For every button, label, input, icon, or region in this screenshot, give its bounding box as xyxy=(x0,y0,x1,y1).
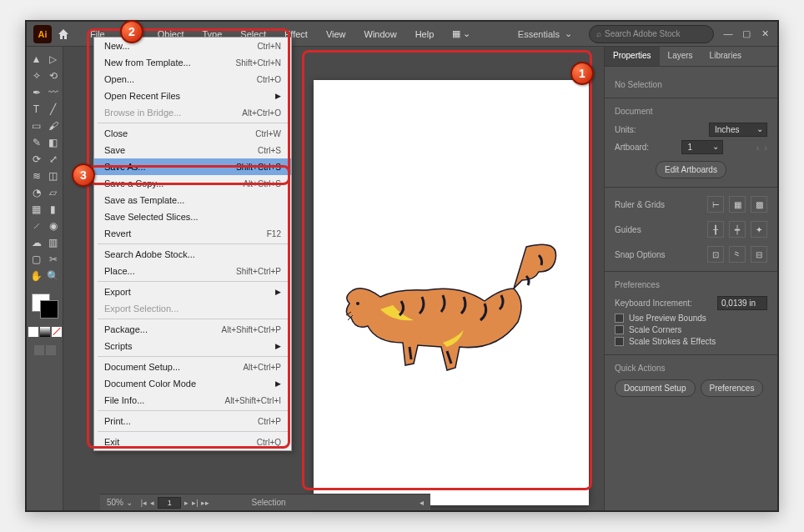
blend-tool[interactable]: ◉ xyxy=(46,218,61,233)
transparency-grid-icon[interactable]: ▩ xyxy=(751,196,767,213)
type-tool[interactable]: T xyxy=(29,102,44,117)
scale-tool[interactable]: ⤢ xyxy=(46,152,61,167)
file-menu-item-24[interactable]: Document Color Mode▶ xyxy=(94,375,291,392)
gradient-tool[interactable]: ▮ xyxy=(46,202,61,217)
tab-properties[interactable]: Properties xyxy=(605,47,660,66)
line-tool[interactable]: ╱ xyxy=(46,102,61,117)
file-menu-item-7[interactable]: SaveCtrl+S xyxy=(94,142,291,158)
file-menu-item-29[interactable]: ExitCtrl+Q xyxy=(94,434,291,450)
tab-layers[interactable]: Layers xyxy=(660,47,701,66)
keyboard-increment-input[interactable] xyxy=(717,296,767,310)
hand-tool[interactable]: ✋ xyxy=(29,269,44,284)
artboard[interactable] xyxy=(314,80,589,505)
shaper-tool[interactable]: ✎ xyxy=(29,135,44,150)
ruler-icon[interactable]: ⊢ xyxy=(707,196,724,213)
zoom-selector[interactable]: 50% ⌄ xyxy=(107,498,133,507)
preferences-button[interactable]: Preferences xyxy=(701,379,764,397)
perspective-tool[interactable]: ▱ xyxy=(46,185,61,200)
search-input[interactable]: ⌕ Search Adobe Stock xyxy=(589,25,714,43)
artboard-arrows[interactable]: ‹› xyxy=(756,143,767,153)
none-mode-icon[interactable] xyxy=(52,327,62,337)
zoom-tool[interactable]: 🔍 xyxy=(46,269,61,284)
magic-wand-tool[interactable]: ✧ xyxy=(29,68,44,83)
fill-stroke-swatches[interactable] xyxy=(32,294,58,319)
last-artboard-button[interactable]: ▸| xyxy=(192,499,198,507)
curvature-tool[interactable]: 〰 xyxy=(46,85,61,100)
guides-lock-icon[interactable]: ┿ xyxy=(729,221,746,238)
close-button[interactable]: ✕ xyxy=(759,28,771,39)
brush-tool[interactable]: 🖌 xyxy=(46,118,61,133)
file-menu-item-9[interactable]: Save a Copy...Alt+Ctrl+S xyxy=(94,175,291,192)
scale-corners-checkbox[interactable] xyxy=(615,325,624,334)
maximize-button[interactable]: ▢ xyxy=(741,28,752,39)
symbol-sprayer-tool[interactable]: ☁ xyxy=(29,235,44,250)
free-transform-tool[interactable]: ◫ xyxy=(46,168,61,183)
snap-point-icon[interactable]: ⊡ xyxy=(707,246,724,263)
artboard-tool[interactable]: ▢ xyxy=(29,252,44,267)
file-menu-item-3[interactable]: Open Recent Files▶ xyxy=(94,88,291,104)
file-menu-item-0[interactable]: New...Ctrl+N xyxy=(94,38,291,54)
smart-guides-icon[interactable]: ✦ xyxy=(751,221,767,238)
workspace-selector[interactable]: Essentials ⌄ xyxy=(510,25,580,43)
artboard-nav-icon[interactable]: ▸▸ xyxy=(201,499,209,507)
file-menu-item-21[interactable]: Scripts▶ xyxy=(94,338,291,354)
no-selection-label: No Selection xyxy=(615,80,767,89)
file-menu-item-14[interactable]: Search Adobe Stock... xyxy=(94,246,291,263)
stroke-swatch[interactable] xyxy=(40,300,58,319)
shape-builder-tool[interactable]: ◔ xyxy=(29,185,44,200)
file-menu-item-2[interactable]: Open...Ctrl+O xyxy=(94,71,291,88)
first-artboard-button[interactable]: |◂ xyxy=(141,499,147,507)
rectangle-tool[interactable]: ▭ xyxy=(29,118,44,133)
file-menu-item-1[interactable]: New from Template...Shift+Ctrl+N xyxy=(94,54,291,71)
artboard-number-input[interactable] xyxy=(158,497,181,509)
arrange-docs-icon[interactable]: ▦ ⌄ xyxy=(452,28,470,39)
menu-view[interactable]: View xyxy=(318,26,354,43)
file-menu-item-15[interactable]: Place...Shift+Ctrl+P xyxy=(94,263,291,279)
selection-tool[interactable]: ▲ xyxy=(29,52,44,67)
snap-grid-icon[interactable]: ⺀ xyxy=(729,246,746,263)
units-select[interactable]: Inches xyxy=(709,123,767,137)
file-menu-item-12[interactable]: RevertF12 xyxy=(94,225,291,242)
menu-window[interactable]: Window xyxy=(356,26,405,43)
eraser-tool[interactable]: ◧ xyxy=(46,135,61,150)
file-menu-item-8[interactable]: Save As...Shift+Ctrl+S xyxy=(94,158,291,175)
mesh-tool[interactable]: ▦ xyxy=(29,202,44,217)
file-menu-item-20[interactable]: Package...Alt+Shift+Ctrl+P xyxy=(94,321,291,338)
file-menu-item-27[interactable]: Print...Ctrl+P xyxy=(94,413,291,429)
width-tool[interactable]: ≋ xyxy=(29,168,44,183)
file-menu-item-11[interactable]: Save Selected Slices... xyxy=(94,208,291,225)
rotate-tool[interactable]: ⟳ xyxy=(29,152,44,167)
file-menu-item-10[interactable]: Save as Template... xyxy=(94,192,291,208)
lasso-tool[interactable]: ⟲ xyxy=(46,68,61,83)
menu-item-shortcut: Alt+Shift+Ctrl+P xyxy=(222,325,281,334)
preview-bounds-checkbox[interactable] xyxy=(615,314,624,323)
eyedropper-tool[interactable]: ⟋ xyxy=(29,218,44,233)
minimize-button[interactable]: — xyxy=(722,28,734,39)
direct-selection-tool[interactable]: ▷ xyxy=(46,52,61,67)
grid-icon[interactable]: ▦ xyxy=(729,196,746,213)
snap-pixel-icon[interactable]: ⊟ xyxy=(751,246,767,263)
menu-help[interactable]: Help xyxy=(407,26,443,43)
edit-artboards-button[interactable]: Edit Artboards xyxy=(656,161,726,178)
slice-tool[interactable]: ✂ xyxy=(46,252,61,267)
tab-libraries[interactable]: Libraries xyxy=(701,47,750,66)
home-icon[interactable] xyxy=(57,28,70,41)
gradient-mode-icon[interactable] xyxy=(40,327,50,337)
draw-behind-icon[interactable] xyxy=(46,345,56,355)
document-setup-button[interactable]: Document Setup xyxy=(615,379,696,397)
next-artboard-button[interactable]: ▸ xyxy=(184,499,188,507)
artboard-select[interactable]: 1 xyxy=(681,140,723,154)
guides-show-icon[interactable]: ╂ xyxy=(707,221,724,238)
file-menu-item-6[interactable]: CloseCtrl+W xyxy=(94,125,291,142)
pen-tool[interactable]: ✒ xyxy=(29,85,44,100)
color-mode-icon[interactable] xyxy=(28,327,38,337)
draw-normal-icon[interactable] xyxy=(34,345,44,355)
file-menu-item-23[interactable]: Document Setup...Alt+Ctrl+P xyxy=(94,359,291,375)
preferences-section: Preferences xyxy=(615,280,767,289)
scale-strokes-checkbox[interactable] xyxy=(615,337,624,346)
file-menu-item-17[interactable]: Export▶ xyxy=(94,284,291,300)
file-menu-item-25[interactable]: File Info...Alt+Shift+Ctrl+I xyxy=(94,392,291,409)
scroll-left-icon[interactable]: ◂ xyxy=(420,498,424,507)
column-graph-tool[interactable]: ▥ xyxy=(46,235,61,250)
prev-artboard-button[interactable]: ◂ xyxy=(150,499,154,507)
